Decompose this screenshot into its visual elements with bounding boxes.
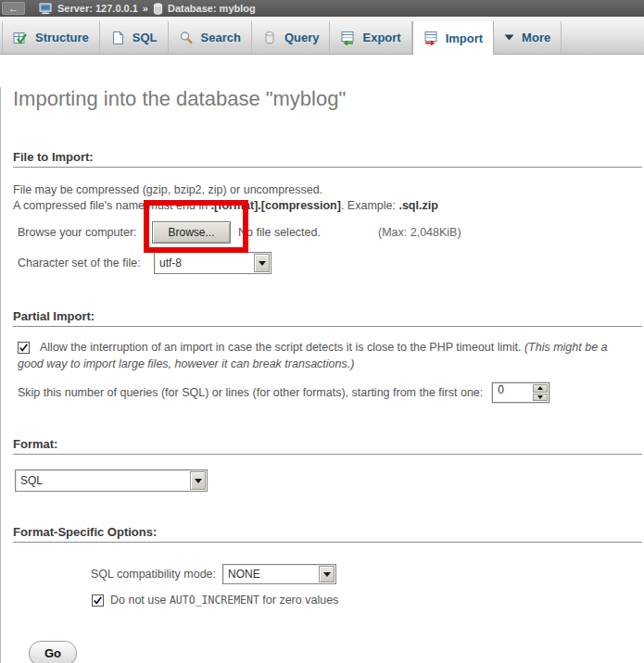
section-divider	[13, 167, 642, 168]
format-specific-options-section: Format-Specific Options: SQL compatibili…	[13, 525, 642, 607]
collapse-nav-arrow-icon[interactable]: ←	[2, 2, 25, 15]
section-divider	[13, 454, 642, 455]
allow-interruption-label: Allow the interruption of an import in c…	[40, 341, 521, 354]
tab-more[interactable]: More	[494, 21, 562, 54]
charset-select[interactable]: utf-8	[154, 252, 271, 274]
section-divider	[13, 542, 642, 543]
page-title: Importing into the database "myblog"	[13, 87, 644, 111]
import-page: Importing into the database "myblog" Fil…	[0, 87, 644, 663]
section-divider	[13, 326, 642, 327]
example-filename: .sql.zip	[398, 199, 437, 212]
browse-row: Browse your computer: Browse... No file …	[13, 220, 642, 244]
query-icon	[262, 31, 277, 45]
dropdown-arrow-icon	[190, 471, 206, 490]
tab-label: Search	[201, 31, 241, 44]
dropdown-arrow-icon	[254, 254, 270, 272]
help-line-2-mid: . Example:	[341, 199, 399, 212]
tab-label: Query	[284, 31, 320, 44]
tab-export[interactable]: Export	[330, 21, 411, 54]
format-section: Format: SQL	[13, 437, 642, 492]
section-heading: Format:	[13, 437, 642, 451]
dropdown-arrow-icon	[319, 566, 335, 582]
partial-import-section: Partial Import: Allow the interruption o…	[13, 309, 642, 403]
section-heading: Format-Specific Options:	[13, 525, 642, 539]
help-line-2-prefix: A compressed file's name must end in	[13, 199, 211, 212]
breadcrumb-server-link[interactable]: Server: 127.0.0.1	[57, 3, 138, 14]
auto-increment-label: Do not use AUTO_INCREMENT for zero value…	[110, 594, 338, 607]
auto-increment-checkbox[interactable]	[92, 594, 104, 607]
browse-button[interactable]: Browse...	[152, 221, 231, 244]
tab-import[interactable]: Import	[412, 21, 494, 55]
breadcrumb-database-link[interactable]: Database: myblog	[168, 3, 256, 14]
compression-help-text: File may be compressed (gzip, bzip2, zip…	[13, 182, 642, 213]
max-upload-size: (Max: 2,048KiB)	[378, 226, 461, 239]
skip-queries-label: Skip this number of queries (for SQL) or…	[18, 386, 483, 399]
tab-structure[interactable]: Structure	[2, 21, 100, 54]
charset-row: Character set of the file: utf-8	[13, 252, 642, 274]
skip-queries-stepper	[492, 382, 549, 403]
tab-sql[interactable]: SQL	[100, 21, 169, 54]
help-line-1: File may be compressed (gzip, bzip2, zip…	[13, 183, 322, 196]
tab-label: Import	[446, 31, 483, 45]
sql-compat-row: SQL compatibility mode: NONE	[13, 564, 642, 584]
tab-bar: Structure SQL Search Query	[0, 17, 644, 55]
sql-compat-selected-value: NONE	[223, 568, 318, 581]
section-heading: Partial Import:	[13, 309, 642, 323]
format-select[interactable]: SQL	[15, 469, 208, 492]
export-icon	[340, 31, 355, 45]
skip-queries-input[interactable]	[493, 383, 532, 396]
tab-search[interactable]: Search	[169, 21, 252, 54]
browse-label: Browse your computer:	[13, 226, 152, 239]
structure-icon	[13, 31, 28, 45]
sql-compat-select[interactable]: NONE	[222, 564, 336, 584]
spin-up-button[interactable]	[533, 384, 548, 393]
tab-label: Structure	[35, 31, 89, 44]
allow-interruption-row: Allow the interruption of an import in c…	[13, 339, 629, 372]
tab-label: Export	[362, 31, 400, 44]
charset-label: Character set of the file:	[13, 256, 154, 269]
auto-increment-row: Do not use AUTO_INCREMENT for zero value…	[13, 594, 642, 607]
allow-interruption-checkbox[interactable]	[18, 342, 30, 354]
charset-selected-value: utf-8	[155, 256, 253, 269]
format-pattern: .[format].[compression]	[211, 199, 341, 212]
go-button[interactable]: Go	[29, 641, 77, 663]
chevron-down-icon	[504, 34, 514, 41]
sql-icon	[110, 31, 125, 45]
search-icon	[179, 31, 194, 45]
file-selected-status: No file selected.	[238, 226, 321, 239]
section-heading: File to Import:	[13, 150, 642, 164]
skip-queries-row: Skip this number of queries (for SQL) or…	[13, 382, 642, 403]
tab-label: SQL	[133, 31, 158, 44]
import-icon	[423, 31, 438, 45]
breadcrumb-separator: »	[143, 3, 148, 14]
server-icon	[39, 3, 53, 15]
sql-compat-label: SQL compatibility mode:	[91, 568, 216, 581]
tab-label: More	[522, 31, 550, 44]
tab-query[interactable]: Query	[252, 21, 331, 54]
format-selected-value: SQL	[16, 474, 189, 487]
spin-down-button[interactable]	[533, 394, 548, 402]
database-icon	[153, 3, 163, 15]
server-breadcrumb-bar: ← Server: 127.0.0.1 » Database: myblog	[0, 0, 644, 17]
file-to-import-section: File to Import: File may be compressed (…	[13, 150, 642, 274]
